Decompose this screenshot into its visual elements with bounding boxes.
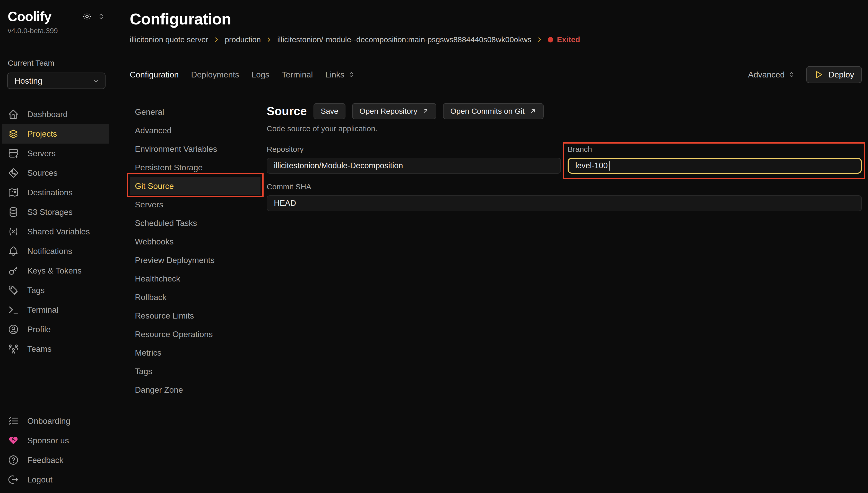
subnav-item-scheduled-tasks[interactable]: Scheduled Tasks (130, 214, 260, 232)
tab-terminal[interactable]: Terminal (282, 70, 313, 80)
tab-configuration[interactable]: Configuration (130, 70, 178, 80)
breadcrumb-environment[interactable]: production (225, 35, 261, 44)
open-repository-button[interactable]: Open Repository (352, 103, 436, 119)
sidebar-item-sources[interactable]: Sources (0, 163, 109, 183)
app-logo: Coolify (8, 9, 51, 24)
subnav-item-tags[interactable]: Tags (130, 362, 260, 381)
breadcrumb-application[interactable]: illicitestonion/-module--decomposition:m… (277, 35, 531, 44)
sidebar-item-terminal[interactable]: Terminal (0, 300, 109, 320)
sidebar-item-label: Profile (27, 325, 51, 334)
map-icon (8, 187, 19, 198)
sidebar-item-onboarding[interactable]: Onboarding (0, 411, 109, 431)
advanced-dropdown[interactable]: Advanced (748, 70, 796, 80)
source-fields: Repository illicitestonion/Module-Decomp… (267, 145, 862, 174)
layers-icon (8, 128, 19, 140)
breadcrumb-project[interactable]: illicitonion quote server (130, 35, 208, 44)
sidebar-item-projects[interactable]: Projects (2, 124, 109, 144)
subnav-item-environment-variables[interactable]: Environment Variables (130, 140, 260, 158)
app-version: v4.0.0-beta.399 (0, 24, 113, 35)
sidebar-item-sponsor[interactable]: Sponsor us (0, 431, 109, 450)
save-button[interactable]: Save (314, 103, 345, 119)
sidebar-item-notifications[interactable]: Notifications (0, 241, 109, 261)
sidebar-item-label: Dashboard (27, 110, 68, 119)
sidebar-item-label: Teams (27, 344, 51, 354)
deploy-button[interactable]: Deploy (806, 66, 862, 83)
git-icon (8, 167, 19, 178)
database-icon (8, 206, 19, 218)
sun-icon[interactable] (82, 12, 92, 21)
commit-sha-input[interactable]: HEAD (267, 195, 862, 211)
bell-icon (8, 245, 19, 257)
subnav-item-persistent-storage[interactable]: Persistent Storage (130, 158, 260, 177)
breadcrumb: illicitonion quote server production ill… (130, 35, 862, 44)
subnav-item-preview-deployments[interactable]: Preview Deployments (130, 251, 260, 270)
sidebar-item-s3-storages[interactable]: S3 Storages (0, 202, 109, 222)
branch-label: Branch (568, 145, 862, 154)
current-team-label: Current Team (8, 59, 105, 67)
configuration-content: General Advanced Environment Variables P… (130, 90, 862, 493)
chevron-down-icon (92, 77, 100, 85)
sidebar-item-label: S3 Storages (27, 207, 72, 217)
commit-sha-label: Commit SHA (267, 183, 862, 191)
sidebar-item-tags[interactable]: Tags (0, 280, 109, 300)
external-link-icon (529, 108, 536, 115)
sidebar-bottom-nav: Onboarding Sponsor us Feedback Logout (0, 411, 113, 491)
external-link-icon (422, 108, 429, 115)
sidebar-item-label: Shared Variables (27, 227, 90, 236)
logout-icon (8, 474, 19, 485)
subnav-item-general[interactable]: General (130, 103, 260, 121)
play-icon (814, 70, 823, 79)
tab-deployments[interactable]: Deployments (191, 70, 239, 80)
subnav-item-advanced[interactable]: Advanced (130, 121, 260, 140)
subnav-item-metrics[interactable]: Metrics (130, 343, 260, 362)
status-dot-icon (548, 37, 553, 42)
sidebar-item-destinations[interactable]: Destinations (0, 183, 109, 202)
sidebar-item-feedback[interactable]: Feedback (0, 450, 109, 470)
config-subnav: General Advanced Environment Variables P… (130, 90, 267, 493)
subnav-item-servers[interactable]: Servers (130, 195, 260, 214)
help-circle-icon (8, 454, 19, 466)
sidebar-item-servers[interactable]: Servers (0, 144, 109, 163)
terminal-icon (8, 304, 19, 316)
subnav-item-resource-limits[interactable]: Resource Limits (130, 306, 260, 325)
branch-input[interactable]: level-100 (568, 158, 862, 174)
branch-field: Branch level-100 (568, 145, 862, 174)
status-text: Exited (557, 35, 580, 44)
chevron-right-icon (266, 36, 273, 43)
subnav-item-webhooks[interactable]: Webhooks (130, 232, 260, 251)
variable-icon (8, 226, 19, 237)
sidebar-item-shared-variables[interactable]: Shared Variables (0, 222, 109, 241)
subnav-item-healthcheck[interactable]: Healthcheck (130, 270, 260, 288)
sidebar-item-dashboard[interactable]: Dashboard (0, 105, 109, 124)
sidebar-item-label: Terminal (27, 305, 59, 315)
sidebar-item-keys-tokens[interactable]: Keys & Tokens (0, 261, 109, 280)
subnav-item-rollback[interactable]: Rollback (130, 288, 260, 306)
subnav-item-git-source[interactable]: Git Source (130, 177, 260, 195)
repository-input[interactable]: illicitestonion/Module-Decomposition (267, 158, 561, 174)
tabs-right-controls: Advanced Deploy (748, 66, 862, 83)
checklist-icon (8, 415, 19, 427)
server-icon (8, 148, 19, 159)
tab-links[interactable]: Links (325, 70, 355, 80)
sidebar-item-label: Notifications (27, 246, 72, 256)
git-source-form: Source Save Open Repository Open Commits… (267, 90, 862, 493)
source-header: Source Save Open Repository Open Commits… (267, 103, 862, 119)
subnav-item-resource-operations[interactable]: Resource Operations (130, 325, 260, 343)
sidebar-item-profile[interactable]: Profile (0, 320, 109, 339)
sidebar-item-teams[interactable]: Teams (0, 339, 109, 359)
selector-icon[interactable] (97, 13, 105, 20)
sidebar-item-label: Servers (27, 149, 56, 158)
sidebar-nav: Dashboard Projects Servers Sources Desti… (0, 105, 113, 359)
tab-logs[interactable]: Logs (252, 70, 269, 80)
sidebar-item-label: Feedback (27, 455, 64, 465)
team-select[interactable]: Hosting (7, 72, 106, 89)
sidebar-item-label: Tags (27, 286, 45, 295)
subnav-item-danger-zone[interactable]: Danger Zone (130, 381, 260, 399)
tabs: Configuration Deployments Logs Terminal … (130, 70, 355, 80)
tabs-row: Configuration Deployments Logs Terminal … (130, 66, 862, 90)
sidebar: Coolify v4.0.0-beta.399 Current Team Hos… (0, 0, 113, 493)
sidebar-item-logout[interactable]: Logout (0, 470, 109, 489)
text-cursor (609, 161, 610, 171)
tag-icon (8, 284, 19, 296)
open-commits-button[interactable]: Open Commits on Git (443, 103, 544, 119)
